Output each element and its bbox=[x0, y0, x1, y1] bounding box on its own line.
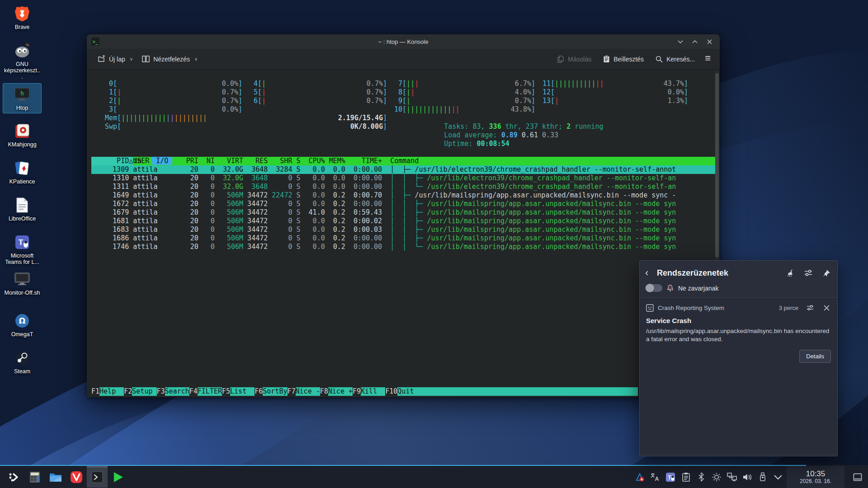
scrollbar-thumb[interactable] bbox=[715, 73, 719, 258]
desktop-icon-teams[interactable]: T Microsoft Teams for L... bbox=[3, 231, 42, 267]
desktop-icon-label: Microsoft Teams for L... bbox=[4, 253, 41, 265]
close-button[interactable] bbox=[704, 37, 714, 47]
notification-configure-button[interactable] bbox=[806, 303, 815, 312]
tray-teams[interactable]: T bbox=[664, 466, 677, 488]
process-row-1672[interactable]: 1672 attila 20 0 506M 34472 0 S 0.0 0.2 … bbox=[91, 200, 716, 208]
cpu-meter-4: 4[|0.7%] bbox=[250, 80, 387, 88]
tray-update-arch[interactable] bbox=[633, 466, 646, 488]
details-button[interactable]: Details bbox=[799, 350, 831, 363]
kmahjongg-icon bbox=[14, 122, 31, 140]
desktop-icon-libreoffice[interactable]: LibreOffice bbox=[3, 194, 42, 224]
cpu-meter-empty bbox=[250, 105, 387, 114]
process-row-1683[interactable]: 1683 attila 20 0 506M 34472 0 S 0.0 0.2 … bbox=[91, 225, 716, 234]
fkey-F8[interactable]: F8Nice + bbox=[320, 387, 353, 396]
desktop-icon-gimp[interactable]: GNU képszerkeszt... bbox=[3, 40, 42, 82]
cpu-meter-6: 6[|0.7%] bbox=[250, 97, 387, 105]
maximize-button[interactable] bbox=[690, 37, 700, 47]
notification-app-name: Crash Reporting System bbox=[658, 305, 724, 311]
clear-history-button[interactable] bbox=[786, 268, 795, 277]
desktop-icon-steam[interactable]: Steam bbox=[3, 347, 42, 376]
desktop-icon-htop[interactable]: h Htop bbox=[3, 83, 42, 113]
process-row-1679[interactable]: 1679 attila 20 0 506M 34472 0 S 41.0 0.2… bbox=[91, 208, 716, 217]
split-view-button[interactable]: Nézetfelezés ∨ bbox=[137, 53, 202, 66]
fkey-F2[interactable]: F2Setup bbox=[124, 387, 156, 396]
taskbar-konsole-active[interactable] bbox=[87, 466, 108, 488]
window-titlebar[interactable]: >_ ~ : htop — Konsole bbox=[87, 34, 720, 49]
fkey-F10[interactable]: F10Quit bbox=[385, 387, 422, 396]
volume-icon bbox=[742, 473, 753, 482]
paste-label: Beillesztés bbox=[613, 56, 644, 63]
process-row-1649[interactable]: 1649 attila 20 0 506M 34472 22472 S 0.0 … bbox=[91, 191, 716, 200]
paste-button[interactable]: Beillesztés bbox=[599, 52, 648, 66]
notification-close-button[interactable] bbox=[822, 303, 831, 312]
taskbar-kcalc[interactable] bbox=[24, 466, 45, 488]
process-row-1310[interactable]: 1310 attila 20 0 32.0G 3648 0 S 0.0 0.0 … bbox=[91, 174, 716, 183]
digital-clock[interactable]: 10:35 2026. 03. 16. bbox=[787, 466, 844, 488]
taskbar-vivaldi[interactable] bbox=[66, 466, 87, 488]
tray-network[interactable] bbox=[725, 466, 739, 488]
cpu-meter-7: 7[|||6.7%] bbox=[394, 80, 535, 88]
app-launcher-button[interactable] bbox=[4, 466, 24, 488]
tray-clipboard[interactable] bbox=[679, 466, 693, 488]
notification-body: /usr/lib/mailspring/app.asar.unpacked/ma… bbox=[646, 327, 831, 343]
minimize-button[interactable] bbox=[675, 37, 685, 47]
svg-text:A: A bbox=[655, 476, 659, 482]
tray-removable-device[interactable] bbox=[756, 466, 769, 488]
fkey-F5[interactable]: F5List bbox=[222, 387, 255, 396]
chevron-down-icon: ∨ bbox=[130, 56, 133, 61]
process-row-1686[interactable]: 1686 attila 20 0 506M 34472 0 S 0.0 0.2 … bbox=[91, 234, 716, 243]
desktop-icon-omegat[interactable]: Ω OmegaT bbox=[3, 310, 42, 339]
search-button[interactable]: Keresés... bbox=[651, 53, 699, 66]
process-table-header[interactable]: PID△USER PRI NI VIRT RES SHR S CPU% MEM%… bbox=[91, 157, 716, 165]
desktop-icon-label: LibreOffice bbox=[9, 216, 36, 222]
fkey-F1[interactable]: F1Help bbox=[91, 387, 124, 396]
cpu-meter-grid: 0[0.0%] 4[|0.7%] 7[|||6.7%]11[||||||||||… bbox=[105, 80, 713, 114]
search-label: Keresés... bbox=[666, 56, 695, 63]
teams-icon: T bbox=[14, 234, 31, 251]
dnd-toggle[interactable] bbox=[645, 284, 662, 292]
desktop-icon-kpatience[interactable]: KPatience bbox=[3, 157, 42, 187]
monitor-off-icon bbox=[14, 271, 31, 288]
process-row-1746[interactable]: 1746 attila 20 0 506M 34472 0 S 0.0 0.2 … bbox=[91, 243, 716, 251]
hamburger-menu-button[interactable]: ≡ bbox=[702, 52, 713, 66]
fkey-F9[interactable]: F9Kill bbox=[353, 387, 385, 396]
notification-panel: ‹ Rendszerüzenetek Ne zavarjanak Crash R… bbox=[639, 260, 838, 456]
cpu-meter-5: 5[|0.7%] bbox=[250, 88, 387, 97]
process-row-1311[interactable]: 1311 attila 20 0 32.0G 3648 0 S 0.0 0.0 … bbox=[91, 183, 716, 191]
hamburger-icon: ≡ bbox=[705, 52, 711, 64]
taskbar-dolphin[interactable] bbox=[45, 466, 66, 488]
fkey-bar-fill bbox=[422, 387, 638, 396]
fkey-F4[interactable]: F4FILTER bbox=[189, 387, 222, 396]
swap-meter: Swp[0K/8.00G] bbox=[105, 122, 387, 131]
play-triangle-icon bbox=[112, 471, 124, 483]
copy-button[interactable]: Másolás bbox=[553, 53, 596, 66]
pin-icon bbox=[823, 269, 830, 277]
crash-app-icon bbox=[646, 304, 654, 312]
process-row-1309[interactable]: 1309 attila 20 0 32.0G 3648 3284 S 0.0 0… bbox=[91, 165, 716, 174]
desktop-icon-monitor-off[interactable]: Monitor-Off.sh bbox=[3, 268, 42, 298]
tray-volume[interactable] bbox=[741, 466, 754, 488]
pin-button[interactable] bbox=[822, 268, 831, 277]
cpu-meter-12: 12[0.0%] bbox=[542, 88, 688, 97]
tray-bluetooth[interactable] bbox=[694, 466, 708, 488]
desktop-icon-kmahjongg[interactable]: KMahjongg bbox=[3, 120, 42, 150]
fkey-F7[interactable]: F7Nice - bbox=[288, 387, 320, 396]
htop-icon: h bbox=[14, 86, 31, 103]
back-button[interactable]: ‹ bbox=[645, 267, 657, 279]
configure-button[interactable] bbox=[804, 268, 813, 277]
desktop-icon-brave[interactable]: Brave bbox=[3, 3, 42, 32]
process-row-1681[interactable]: 1681 attila 20 0 506M 34472 0 S 0.0 0.2 … bbox=[91, 217, 716, 225]
fkey-F6[interactable]: F6SortBy bbox=[255, 387, 287, 396]
tray-brightness[interactable] bbox=[710, 466, 723, 488]
tray-expand-chevron[interactable] bbox=[771, 466, 785, 488]
show-desktop-button[interactable] bbox=[850, 466, 865, 488]
taskbar-media-player[interactable] bbox=[108, 466, 128, 488]
fkey-F3[interactable]: F3Search bbox=[157, 387, 189, 396]
tray-keyboard-layout[interactable]: A bbox=[648, 466, 662, 488]
htop-terminal: 0[0.0%] 4[|0.7%] 7[|||6.7%]11[||||||||||… bbox=[87, 70, 720, 397]
clipboard-icon bbox=[682, 472, 690, 482]
svg-text:T: T bbox=[19, 238, 24, 247]
usb-drive-icon bbox=[759, 472, 766, 482]
chevron-down-icon: ∨ bbox=[194, 56, 198, 61]
new-tab-button[interactable]: Új lap ∨ bbox=[93, 52, 137, 66]
